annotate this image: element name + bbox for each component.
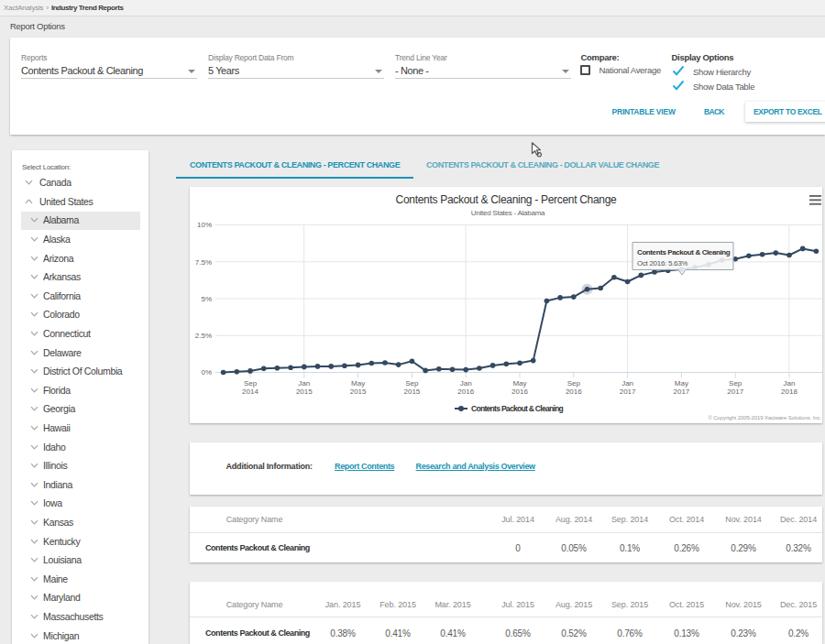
svg-text:2016: 2016	[512, 387, 528, 396]
svg-text:Oct 2016: 5.63%: Oct 2016: 5.63%	[637, 259, 688, 267]
svg-text:7.5%: 7.5%	[195, 258, 212, 267]
svg-text:Jan: Jan	[784, 379, 796, 387]
svg-text:May: May	[351, 379, 365, 387]
svg-text:2.5%: 2.5%	[195, 332, 212, 340]
svg-text:Jan: Jan	[298, 379, 310, 387]
svg-text:2018: 2018	[781, 387, 798, 396]
svg-text:2016: 2016	[566, 387, 582, 396]
svg-text:Sep: Sep	[244, 379, 258, 387]
svg-text:Sep: Sep	[405, 379, 419, 387]
svg-text:Sep: Sep	[567, 379, 581, 387]
svg-text:May: May	[675, 379, 688, 387]
svg-text:Sep: Sep	[729, 379, 742, 387]
svg-text:10%: 10%	[197, 221, 212, 229]
svg-text:United States - Alabama: United States - Alabama	[471, 209, 545, 217]
svg-text:2015: 2015	[404, 387, 421, 396]
svg-text:Jan: Jan	[460, 379, 472, 387]
svg-text:Contents Packout & Cleaning -: Contents Packout & Cleaning - Percent Ch…	[396, 193, 618, 206]
svg-text:Contents Packout & Cleaning: Contents Packout & Cleaning	[637, 248, 731, 257]
svg-text:2017: 2017	[727, 387, 743, 396]
svg-text:0%: 0%	[201, 368, 212, 377]
svg-text:May: May	[512, 379, 526, 387]
svg-text:2015: 2015	[350, 387, 367, 396]
svg-text:© Copyright 2005-2019 Xactware: © Copyright 2005-2019 Xactware Solutions…	[708, 415, 821, 420]
svg-text:2017: 2017	[674, 387, 690, 396]
svg-text:Jan: Jan	[622, 379, 633, 387]
svg-text:2017: 2017	[620, 387, 636, 396]
svg-text:2014: 2014	[242, 387, 258, 396]
svg-text:2016: 2016	[457, 387, 474, 396]
svg-text:Contents Packout & Cleaning: Contents Packout & Cleaning	[471, 404, 564, 413]
svg-text:5%: 5%	[201, 295, 212, 303]
svg-text:2015: 2015	[296, 387, 313, 396]
